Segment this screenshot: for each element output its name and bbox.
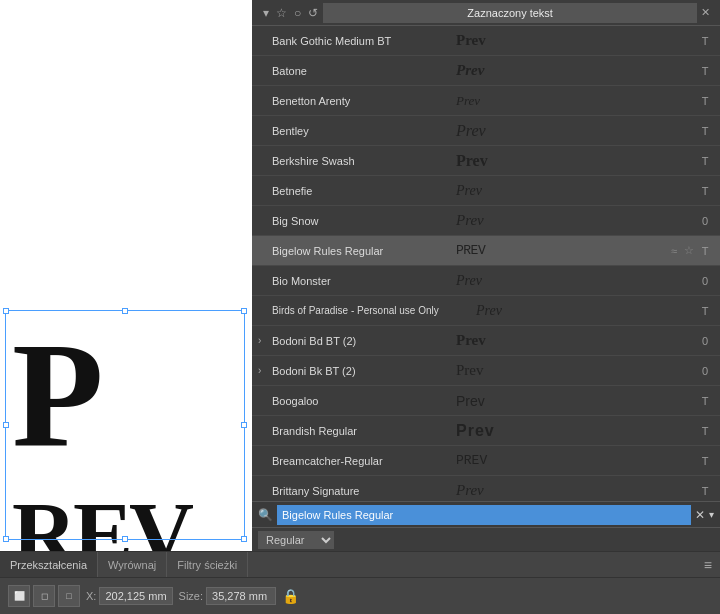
font-type: 0 xyxy=(696,215,714,227)
expand-arrow: › xyxy=(258,365,272,376)
search-icon: 🔍 xyxy=(258,508,273,522)
lock-icon[interactable]: 🔒 xyxy=(282,588,299,604)
font-row[interactable]: Big Snow Prev 0 xyxy=(252,206,720,236)
font-row[interactable]: › Bodoni Bd BT (2) Prev 0 xyxy=(252,326,720,356)
rev-text: REV xyxy=(12,490,190,551)
search-clear-icon[interactable]: ✕ xyxy=(695,508,705,522)
font-preview: Prev xyxy=(452,93,696,109)
expand-arrow: › xyxy=(258,335,272,346)
font-list[interactable]: Bank Gothic Medium BT Prev T Batone Prev… xyxy=(252,26,720,501)
font-row[interactable]: Benetton Arenty Prev T xyxy=(252,86,720,116)
handle-top-left[interactable] xyxy=(3,308,9,314)
coord-size-group: Size: 35,278 mm xyxy=(179,587,276,605)
font-name: Big Snow xyxy=(272,215,452,227)
transform-icon-2[interactable]: ◻ xyxy=(33,585,55,607)
font-preview: Prev xyxy=(452,152,696,170)
font-name: Brittany Signature xyxy=(272,485,452,497)
star-icon[interactable]: ☆ xyxy=(275,5,288,21)
tag-icon[interactable]: ↺ xyxy=(307,5,319,21)
font-name: Bodoni Bk BT (2) xyxy=(272,365,452,377)
coord-x-value[interactable]: 202,125 mm xyxy=(99,587,172,605)
font-row-brittany[interactable]: Brittany Signature Prev T xyxy=(252,476,720,501)
cap-p: P xyxy=(12,312,100,478)
font-name: Berkshire Swash xyxy=(272,155,452,167)
font-preview: Prev xyxy=(452,362,696,379)
font-search-input[interactable] xyxy=(277,505,691,525)
font-row[interactable]: Birds of Paradise - Personal use Only Pr… xyxy=(252,296,720,326)
bottom-bar: Przekształcenia Wyrównaj Filtry ścieżki … xyxy=(0,551,720,614)
font-name: Birds of Paradise - Personal use Only xyxy=(272,305,472,316)
font-preview: Prev xyxy=(452,32,696,49)
font-name: Bio Monster xyxy=(272,275,452,287)
font-options-bar: Regular Bold Italic Bold Italic xyxy=(252,527,720,551)
handle-mid-left[interactable] xyxy=(3,422,9,428)
similar-icon[interactable]: ≈ xyxy=(669,244,679,258)
font-name: Bank Gothic Medium BT xyxy=(272,35,452,47)
font-name: Brandish Regular xyxy=(272,425,452,437)
main-area: PREV ▾ ☆ ○ ↺ xyxy=(0,0,720,551)
font-type: T xyxy=(696,125,714,137)
font-row[interactable]: Bio Monster Prev 0 xyxy=(252,266,720,296)
transform-icon-3[interactable]: □ xyxy=(58,585,80,607)
font-style-select[interactable]: Regular Bold Italic Bold Italic xyxy=(258,531,334,549)
filter-icon[interactable]: ▾ xyxy=(262,5,270,21)
search-dropdown-icon[interactable]: ▾ xyxy=(709,509,714,520)
bottom-tabs: Przekształcenia Wyrównaj Filtry ścieżki … xyxy=(0,552,720,578)
font-name: Boogaloo xyxy=(272,395,452,407)
font-row[interactable]: Bank Gothic Medium BT Prev T xyxy=(252,26,720,56)
tab-wyrownaj[interactable]: Wyrównaj xyxy=(98,552,167,577)
font-row[interactable]: Berkshire Swash Prev T xyxy=(252,146,720,176)
font-row[interactable]: Betnefie Prev T xyxy=(252,176,720,206)
handle-bottom-left[interactable] xyxy=(3,536,9,542)
coord-size-label: Size: xyxy=(179,590,203,602)
canvas-area: PREV xyxy=(0,0,252,551)
panel-header: ▾ ☆ ○ ↺ ✕ xyxy=(252,0,720,26)
font-row[interactable]: Bentley Prev T xyxy=(252,116,720,146)
font-panel: ▾ ☆ ○ ↺ ✕ Bank Gothic Medium BT Prev T B… xyxy=(252,0,720,551)
canvas-content: PREV xyxy=(0,0,252,551)
handle-top-mid[interactable] xyxy=(122,308,128,314)
font-type: T xyxy=(696,155,714,167)
font-type: T xyxy=(696,245,714,257)
font-name: Bodoni Bd BT (2) xyxy=(272,335,452,347)
font-row[interactable]: Breamcatcher-Regular PREV T xyxy=(252,446,720,476)
font-preview: PREV xyxy=(452,243,669,258)
font-preview: Prev xyxy=(452,482,696,499)
font-type: T xyxy=(696,395,714,407)
font-type: T xyxy=(696,455,714,467)
font-type: T xyxy=(696,305,714,317)
font-name: Batone xyxy=(272,65,452,77)
font-row-brandish[interactable]: Brandish Regular Prev T xyxy=(252,416,720,446)
font-row[interactable]: Boogaloo Prev T xyxy=(252,386,720,416)
font-name: Bigelow Rules Regular xyxy=(272,245,452,257)
bottom-controls: ⬜ ◻ □ X: 202,125 mm Size: 35,278 mm 🔒 xyxy=(0,578,720,614)
font-type: T xyxy=(696,95,714,107)
font-preview: Prev xyxy=(452,393,696,409)
font-preview: Prev xyxy=(452,212,696,229)
font-row-bigelow[interactable]: Bigelow Rules Regular PREV ≈ ☆ T xyxy=(252,236,720,266)
font-row[interactable]: Batone Prev T xyxy=(252,56,720,86)
font-name: Betnefie xyxy=(272,185,452,197)
font-preview: Prev xyxy=(452,122,696,140)
favorite-icon[interactable]: ☆ xyxy=(682,243,696,258)
font-type: T xyxy=(696,65,714,77)
coord-size-value[interactable]: 35,278 mm xyxy=(206,587,276,605)
transform-icon-1[interactable]: ⬜ xyxy=(8,585,30,607)
clock-icon[interactable]: ○ xyxy=(293,5,302,21)
font-type: 0 xyxy=(696,335,714,347)
font-row[interactable]: › Bodoni Bk BT (2) Prev 0 xyxy=(252,356,720,386)
menu-icon[interactable]: ≡ xyxy=(696,552,720,577)
font-preview: Prev xyxy=(452,273,696,289)
clear-search-icon[interactable]: ✕ xyxy=(701,6,710,19)
font-preview: Prev xyxy=(452,332,696,349)
font-name: Breamcatcher-Regular xyxy=(272,455,452,467)
tab-filtry-sciezki[interactable]: Filtry ścieżki xyxy=(167,552,248,577)
handle-top-right[interactable] xyxy=(241,308,247,314)
font-type: T xyxy=(696,425,714,437)
font-search-header[interactable] xyxy=(323,3,697,23)
tab-przeksztalcenia[interactable]: Przekształcenia xyxy=(0,552,98,577)
font-name: Bentley xyxy=(272,125,452,137)
font-preview: Prev xyxy=(452,183,696,199)
font-preview: Prev xyxy=(452,422,696,440)
canvas-prev-text: PREV xyxy=(12,320,252,551)
